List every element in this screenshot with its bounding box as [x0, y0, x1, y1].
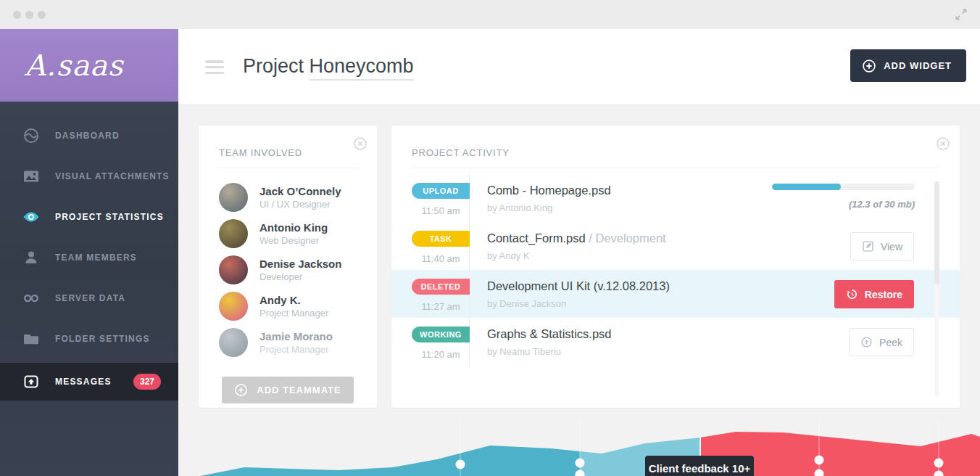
avatar: [219, 328, 248, 357]
activity-author: by Neamu Tiberiu: [487, 346, 612, 357]
status-badge: DELETED: [412, 279, 470, 295]
peek-icon: [860, 336, 873, 348]
view-button[interactable]: View: [850, 232, 914, 260]
team-member-row[interactable]: Jack O’ConnelyUI / UX Designer: [199, 179, 377, 216]
peek-button[interactable]: Peek: [849, 328, 914, 356]
page-title-prefix: Project: [243, 55, 310, 77]
activity-title: Comb - Homepage.psd: [487, 184, 611, 197]
sidebar-item-label: PROJECT STATISTICS: [55, 212, 164, 222]
window-dot-icon[interactable]: [13, 11, 21, 19]
close-icon[interactable]: [936, 136, 950, 151]
status-badge: WORKING: [412, 327, 470, 342]
activity-title-suffix: / Development: [589, 231, 665, 245]
team-member-row[interactable]: Andy K.Project Manager: [199, 288, 377, 324]
divider: [412, 168, 939, 168]
restore-button-label: Restore: [865, 289, 902, 300]
page-header: Project Honeycomb ADD WIDGET: [178, 29, 980, 105]
team-list: Jack O’ConnelyUI / UX Designer Antonio K…: [199, 179, 377, 361]
scrollbar-track[interactable]: [934, 181, 939, 397]
avatar: [219, 183, 248, 212]
sidebar-item-label: MESSAGES: [55, 377, 112, 387]
eye-icon: [22, 208, 40, 226]
brand-name: A.saas: [25, 49, 123, 82]
sidebar-item-project-statistics[interactable]: PROJECT STATISTICS: [0, 197, 178, 237]
server-data-icon: [22, 290, 40, 307]
divider: [219, 168, 357, 168]
activity-time: 11:20 am: [412, 349, 470, 360]
peek-button-label: Peek: [879, 337, 902, 348]
edit-icon: [862, 240, 874, 253]
sidebar-item-folder-settings[interactable]: FOLDER SETTINGS: [0, 319, 178, 359]
avatar: [219, 292, 248, 321]
status-badge: UPLOAD: [412, 183, 470, 199]
visual-attachments-icon: [22, 168, 40, 185]
add-teammate-label: ADD TEAMMATE: [257, 385, 341, 395]
add-widget-button[interactable]: ADD WIDGET: [850, 49, 966, 82]
member-name: Antonio King: [259, 221, 328, 234]
close-icon[interactable]: [353, 136, 368, 151]
brand-logo[interactable]: A.saas: [0, 29, 178, 102]
resize-icon[interactable]: [954, 7, 968, 22]
restore-icon: [846, 288, 858, 300]
window-dot-icon[interactable]: [38, 11, 46, 19]
window-titlebar: [0, 0, 980, 29]
sidebar-item-dashboard[interactable]: DASHBOARD: [0, 115, 178, 156]
activity-author: by Antonio King: [487, 202, 611, 213]
activity-time-col: UPLOAD 11:50 am: [391, 174, 470, 222]
member-role: Project Manager: [259, 344, 333, 355]
progress-caption: (12.3 of 30 mb): [772, 199, 915, 210]
chart-tooltip: Client feedback 10+: [645, 456, 754, 476]
activity-row-upload: UPLOAD 11:50 am Comb - Homepage.psd by A…: [391, 174, 960, 222]
activity-title: Development UI Kit (v.12.08.2013): [487, 279, 670, 293]
activity-time-col: TASK 11:40 am: [391, 222, 470, 270]
team-member-row[interactable]: Antonio KingWeb Designer: [199, 216, 377, 252]
menu-icon[interactable]: [205, 60, 224, 74]
activity-row-working: WORKING 11:20 am Graphs & Statistics.psd…: [391, 318, 960, 366]
activity-row-deleted: DELETED 11:27 am Development UI Kit (v.1…: [391, 270, 960, 318]
window-dot-icon[interactable]: [25, 11, 33, 19]
activity-title: Graphs & Statistics.psd: [487, 327, 612, 341]
sidebar-item-label: VISUAL ATTACHMENTS: [55, 171, 170, 181]
panel-title: TEAM INVOLVED: [199, 126, 377, 168]
member-name: Andy K.: [259, 294, 328, 306]
view-button-label: View: [881, 241, 902, 253]
plus-circle-icon: [862, 59, 876, 73]
team-member-row[interactable]: Denise JacksonDeveloper: [199, 252, 377, 288]
add-teammate-button[interactable]: ADD TEAMMATE: [222, 377, 354, 403]
team-involved-panel: TEAM INVOLVED Jack O’ConnelyUI / UX Desi…: [199, 126, 377, 408]
avatar: [219, 255, 248, 284]
activity-author: by Andy K: [487, 250, 666, 261]
activity-title: Contact_Form.psd / Development: [487, 231, 666, 245]
activity-author: by Denise Jackson: [487, 298, 670, 309]
sidebar-item-label: FOLDER SETTINGS: [55, 334, 150, 344]
plus-circle-icon: [234, 383, 248, 397]
restore-button[interactable]: Restore: [834, 280, 914, 308]
sidebar-item-visual-attachments[interactable]: VISUAL ATTACHMENTS: [0, 156, 178, 197]
sidebar-item-messages[interactable]: MESSAGES 327: [0, 363, 178, 401]
member-name: Jack O’Connely: [259, 185, 341, 197]
status-badge: TASK: [412, 231, 470, 247]
activity-time: 11:40 am: [412, 253, 470, 264]
activity-row-task: TASK 11:40 am Contact_Form.psd / Develop…: [391, 222, 960, 270]
page-title-emphasis: Honeycomb: [310, 55, 414, 81]
team-member-row[interactable]: Jamie MoranoProject Manager: [199, 324, 377, 361]
sidebar-item-label: SERVER DATA: [55, 293, 125, 303]
member-name: Denise Jackson: [259, 258, 341, 270]
panel-title: PROJECT ACTIVITY: [391, 126, 960, 168]
project-activity-panel: PROJECT ACTIVITY UPLOAD 11:50 am Comb - …: [391, 126, 960, 408]
sidebar-item-team-members[interactable]: TEAM MEMBERS: [0, 237, 178, 278]
sidebar-item-label: TEAM MEMBERS: [55, 253, 137, 263]
window-controls[interactable]: [13, 11, 46, 19]
sidebar: DASHBOARD VISUAL ATTACHMENTS PROJECT STA…: [0, 102, 178, 476]
progress-fill: [772, 184, 841, 190]
activity-time: 11:50 am: [412, 205, 470, 216]
activity-time-col: WORKING 11:20 am: [391, 318, 470, 366]
sidebar-item-server-data[interactable]: SERVER DATA: [0, 278, 178, 319]
sidebar-item-label: DASHBOARD: [55, 131, 120, 141]
team-members-icon: [22, 249, 40, 266]
member-role: Developer: [259, 271, 341, 282]
activity-area-chart: [178, 406, 980, 476]
avatar: [219, 219, 248, 248]
scrollbar-thumb[interactable]: [934, 181, 939, 284]
member-role: UI / UX Designer: [259, 199, 341, 210]
